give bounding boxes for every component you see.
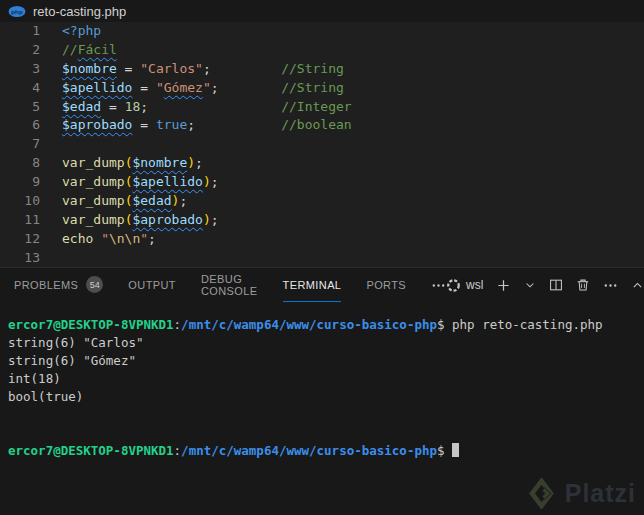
editor-tab[interactable]: php reto-casting.php — [0, 0, 644, 22]
code-text: var_dump($nombre); — [40, 154, 203, 173]
code-token: ; — [203, 61, 211, 76]
code-token: = — [101, 99, 124, 114]
line-number: 5 — [0, 98, 40, 117]
code-token: $apellido — [62, 80, 132, 95]
code-token: Fácil — [78, 42, 117, 57]
code-line[interactable]: 11var_dump($aprobado); — [0, 211, 644, 230]
split-terminal-icon[interactable] — [549, 278, 563, 292]
code-token: var_dump — [62, 193, 125, 208]
code-token: //Integer — [281, 99, 351, 114]
code-token: ) — [187, 155, 195, 170]
panel-tab-terminal[interactable]: TERMINAL — [283, 268, 342, 302]
shell-name-label: wsl — [466, 278, 483, 292]
code-token: // — [62, 42, 78, 57]
code-line[interactable]: 12echo "\n\n"; — [0, 230, 644, 249]
code-line[interactable]: 9var_dump($apellido); — [0, 173, 644, 192]
code-token: = — [132, 80, 155, 95]
code-token — [93, 231, 101, 246]
line-number: 4 — [0, 79, 40, 98]
code-line[interactable]: 2//Fácil — [0, 41, 644, 60]
code-token: 18 — [125, 99, 141, 114]
code-token: ; — [179, 193, 187, 208]
code-line[interactable]: 5$edad = 18; //Integer — [0, 98, 644, 117]
code-token: var_dump — [62, 212, 125, 227]
code-text: var_dump($apellido); — [40, 173, 219, 192]
panel-tab-output[interactable]: OUTPUT — [128, 268, 176, 302]
shell-indicator-icon[interactable] — [446, 278, 461, 293]
code-token: ; — [195, 155, 203, 170]
code-line[interactable]: 8var_dump($nombre); — [0, 154, 644, 173]
code-line[interactable]: 10var_dump($edad); — [0, 192, 644, 211]
panel-tab-label: DEBUG CONSOLE — [201, 273, 258, 297]
line-number: 13 — [0, 249, 40, 267]
code-token: //String — [281, 80, 344, 95]
code-text: //Fácil — [40, 41, 117, 60]
line-number: 6 — [0, 116, 40, 135]
terminal-line: string(6) "Gómez" — [8, 352, 644, 370]
bottom-panel: PROBLEMS54OUTPUTDEBUG CONSOLETERMINALPOR… — [0, 267, 644, 515]
terminal-text: php reto-casting.php — [445, 317, 603, 332]
code-token — [219, 80, 282, 95]
code-token: ) — [203, 174, 211, 189]
code-token: $edad — [132, 193, 171, 208]
ellipsis-icon[interactable] — [431, 278, 446, 293]
code-token: \n\n — [109, 231, 140, 246]
panel-tab-label: OUTPUT — [128, 279, 176, 291]
terminal-text: string(6) "Carlos" — [8, 335, 143, 350]
terminal-line: bool(true) — [8, 388, 644, 406]
code-token: " — [203, 80, 211, 95]
panel-tab-debug-console[interactable]: DEBUG CONSOLE — [201, 268, 258, 302]
code-line[interactable]: 7 — [0, 135, 644, 154]
line-number: 8 — [0, 154, 40, 173]
code-token: var_dump — [62, 155, 125, 170]
code-token: = — [117, 61, 140, 76]
panel-tabbar: PROBLEMS54OUTPUTDEBUG CONSOLETERMINALPOR… — [0, 268, 644, 302]
terminal-line: ercor7@DESKTOP-8VPNKD1:/mnt/c/wamp64/www… — [8, 316, 644, 334]
panel-tab-label: TERMINAL — [283, 279, 342, 291]
terminal-text: $ — [437, 317, 445, 332]
terminal-line — [8, 406, 644, 424]
terminal-output[interactable]: ercor7@DESKTOP-8VPNKD1:/mnt/c/wamp64/www… — [8, 316, 644, 515]
vscode-window: php reto-casting.php 1<?php2//Fácil3$nom… — [0, 0, 644, 515]
panel-tab-label: PROBLEMS — [14, 279, 78, 291]
trash-icon[interactable] — [576, 278, 590, 292]
code-token: " — [156, 80, 164, 95]
code-text: <?php — [40, 22, 101, 41]
code-line[interactable]: 4$apellido = "Gómez"; //String — [0, 79, 644, 98]
code-token: echo — [62, 231, 93, 246]
code-line[interactable]: 6$aprobado = true; //boolean — [0, 116, 644, 135]
code-text — [40, 135, 62, 154]
code-text — [40, 249, 62, 267]
code-token — [148, 99, 281, 114]
panel-tab-ports[interactable]: PORTS — [366, 268, 406, 302]
chevron-down-icon[interactable] — [524, 279, 536, 291]
terminal-line: string(6) "Carlos" — [8, 334, 644, 352]
code-token: //boolean — [281, 117, 351, 132]
terminal-actions: wsl — [446, 278, 644, 293]
code-token: <?php — [62, 23, 101, 38]
code-token: $nombre — [62, 61, 117, 76]
terminal-line: ercor7@DESKTOP-8VPNKD1:/mnt/c/wamp64/www… — [8, 442, 644, 460]
terminal-text: /mnt/c/wamp64/www/curso-basico-php — [181, 443, 437, 458]
terminal-shell-selector[interactable]: wsl — [446, 278, 483, 293]
terminal-text: ercor7@DESKTOP-8VPNKD1 — [8, 443, 174, 458]
code-line[interactable]: 1<?php — [0, 22, 644, 41]
code-token: ; — [211, 212, 219, 227]
code-line[interactable]: 3$nombre = "Carlos"; //String — [0, 60, 644, 79]
terminal-cursor — [452, 443, 459, 457]
code-text: $nombre = "Carlos"; //String — [40, 60, 344, 79]
code-editor[interactable]: 1<?php2//Fácil3$nombre = "Carlos"; //Str… — [0, 22, 644, 267]
code-token: $edad — [62, 99, 101, 114]
plus-icon[interactable] — [496, 278, 511, 293]
panel-tab-problems[interactable]: PROBLEMS54 — [14, 268, 103, 302]
terminal-text — [445, 443, 453, 458]
terminal-text: int(18) — [8, 371, 61, 386]
line-number: 1 — [0, 22, 40, 41]
code-line[interactable]: 13 — [0, 249, 644, 267]
code-token: " — [101, 231, 109, 246]
ellipsis-icon[interactable] — [603, 278, 618, 293]
chevron-up-icon[interactable] — [631, 279, 644, 292]
code-token: ; — [187, 117, 195, 132]
code-token: Gómez — [164, 80, 203, 95]
code-text: $edad = 18; //Integer — [40, 98, 352, 117]
